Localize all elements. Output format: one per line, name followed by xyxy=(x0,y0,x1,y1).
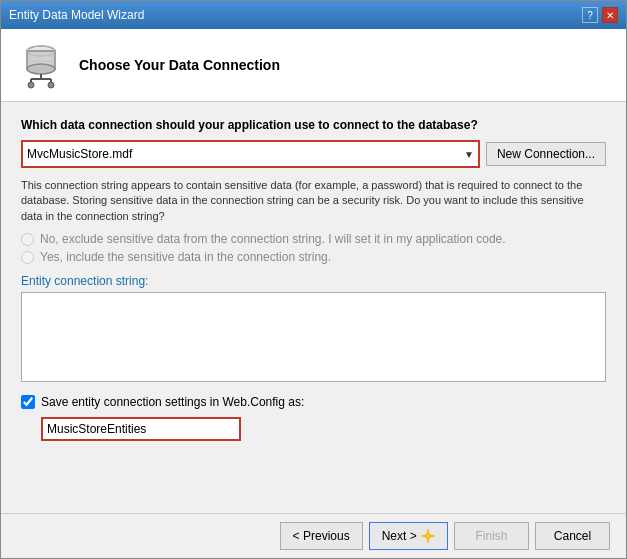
save-row: Save entity connection settings in Web.C… xyxy=(21,395,606,409)
connection-dropdown-wrapper[interactable]: MvcMusicStore.mdf ▼ xyxy=(21,140,480,168)
sensitive-text: This connection string appears to contai… xyxy=(21,178,606,224)
radio-no-input[interactable] xyxy=(21,233,34,246)
entity-name-input[interactable] xyxy=(41,417,241,441)
next-button-label: Next > xyxy=(382,529,417,543)
finish-button[interactable]: Finish xyxy=(454,522,529,550)
header-section: Choose Your Data Connection xyxy=(1,29,626,102)
entity-connection-label: Entity connection string: xyxy=(21,274,606,288)
question-label: Which data connection should your applic… xyxy=(21,118,606,132)
footer: < Previous Next > Finish Cancel xyxy=(1,513,626,558)
window-title: Entity Data Model Wizard xyxy=(9,8,144,22)
database-icon xyxy=(17,41,65,89)
title-bar: Entity Data Model Wizard ? ✕ xyxy=(1,1,626,29)
svg-point-8 xyxy=(48,82,54,88)
radio-no-item: No, exclude sensitive data from the conn… xyxy=(21,232,606,246)
radio-yes-input[interactable] xyxy=(21,251,34,264)
sparkle-icon xyxy=(421,529,435,543)
connection-dropdown[interactable]: MvcMusicStore.mdf xyxy=(23,142,478,166)
svg-point-2 xyxy=(27,64,55,74)
svg-point-7 xyxy=(28,82,34,88)
radio-yes-label: Yes, include the sensitive data in the c… xyxy=(40,250,331,264)
cancel-button[interactable]: Cancel xyxy=(535,522,610,550)
title-bar-controls: ? ✕ xyxy=(582,7,618,23)
help-button[interactable]: ? xyxy=(582,7,598,23)
content-area: Which data connection should your applic… xyxy=(1,102,626,513)
radio-no-label: No, exclude sensitive data from the conn… xyxy=(40,232,506,246)
radio-yes-item: Yes, include the sensitive data in the c… xyxy=(21,250,606,264)
new-connection-button[interactable]: New Connection... xyxy=(486,142,606,166)
header-title: Choose Your Data Connection xyxy=(79,57,280,73)
previous-button[interactable]: < Previous xyxy=(280,522,363,550)
save-checkbox[interactable] xyxy=(21,395,35,409)
next-button[interactable]: Next > xyxy=(369,522,448,550)
save-label: Save entity connection settings in Web.C… xyxy=(41,395,304,409)
svg-marker-12 xyxy=(421,529,435,543)
close-button[interactable]: ✕ xyxy=(602,7,618,23)
radio-group: No, exclude sensitive data from the conn… xyxy=(21,232,606,264)
connection-string-textarea[interactable] xyxy=(21,292,606,382)
connection-row: MvcMusicStore.mdf ▼ New Connection... xyxy=(21,140,606,168)
wizard-window: Entity Data Model Wizard ? ✕ xyxy=(0,0,627,559)
